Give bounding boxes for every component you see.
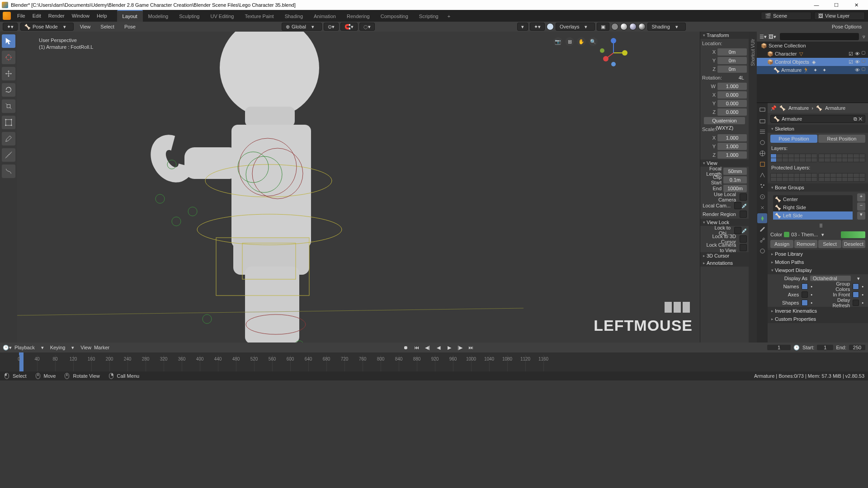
ntab-shortcut[interactable]: Shortcut VUIr [750,34,756,70]
restrict-icon[interactable] [862,51,865,55]
timeline-playhead[interactable] [19,352,24,371]
panel-poselib-header[interactable]: Pose Library [768,250,868,258]
lock-3dcursor-check[interactable] [740,235,747,243]
bone-group-specials-button[interactable]: ▾ [857,211,865,220]
tool-cursor[interactable] [2,51,15,64]
minimize-button[interactable]: — [807,0,826,10]
overlay-toggle-icon[interactable] [547,23,554,30]
bone-group-remove-button[interactable]: − [857,202,865,211]
restrict-icon[interactable] [862,59,865,63]
focal-field[interactable]: 50mm [723,168,747,175]
preview-range-toggle[interactable]: 🕑 [793,345,800,351]
panel-customprops-header[interactable]: Custom Properties [768,315,868,323]
outliner-type-icon[interactable]: ☰▾ [760,34,767,40]
tab-add[interactable]: + [444,10,454,22]
ptab-scene[interactable] [757,137,767,147]
select-button[interactable]: Select [818,240,841,248]
panel-motionpaths-header[interactable]: Motion Paths [768,258,868,266]
groupcolors-check[interactable] [853,283,859,290]
panel-ik-header[interactable]: Inverse Kinematics [768,307,868,315]
xray-toggle[interactable]: ▣ [597,23,609,31]
pose-position-button[interactable]: Pose Position [770,135,817,143]
frame-end-field[interactable]: 250 [849,345,865,350]
clipend-field[interactable]: 1000m [723,185,747,192]
eye-icon[interactable]: 👁 [855,59,860,65]
rot-y[interactable]: 0.000 [717,100,747,107]
eye-icon[interactable]: 👁 [855,67,860,73]
ptab-viewlayer[interactable] [757,127,767,136]
outliner-display-icon[interactable]: 🖼▾ [769,34,776,40]
pin-icon[interactable]: 📌 [770,105,777,111]
rotation-mode-dropdown[interactable]: Quaternion (WXYZ) [704,117,745,124]
eyedropper-icon[interactable]: 💉 [741,203,747,209]
bone-group-add-button[interactable]: + [857,193,865,202]
menu-file[interactable]: File [14,10,29,22]
gizmo-dropdown[interactable]: ✦▾ [530,23,545,31]
assign-button[interactable]: Assign [770,240,793,248]
ptab-armature-data[interactable] [757,213,767,223]
menu-edit[interactable]: Edit [29,10,45,22]
scale-z[interactable]: 1.000 [717,151,747,159]
tab-modeling[interactable]: Modeling [143,10,174,22]
ptab-output[interactable] [757,116,767,126]
render-region-check[interactable] [740,211,747,218]
tab-rendering[interactable]: Rendering [341,10,375,22]
eyedropper-icon[interactable]: 💉 [741,228,747,234]
scale-y[interactable]: 1.000 [717,143,747,150]
protected-layers[interactable] [770,173,865,182]
tool-select-box[interactable] [2,34,15,48]
axes-check[interactable] [802,291,808,298]
frame-start-field[interactable]: 1 [817,345,833,350]
ptab-bone-constraint[interactable] [757,235,767,245]
panel-bonegroups-header[interactable]: Bone Groups [768,183,868,192]
next-key-button[interactable]: |▶ [456,344,464,351]
outliner-item-armature[interactable]: 🦴Armature🏃✦✦👁 [757,66,868,74]
snap-toggle[interactable]: 🧲▾ [340,23,358,31]
object-visibility-dropdown[interactable]: ▾ [517,23,528,31]
loc-y[interactable]: 0m [717,57,747,64]
panel-skeleton-header[interactable]: Skeleton [768,125,868,133]
autokey-toggle[interactable]: ⏺ [402,344,410,351]
loc-z[interactable]: 0m [717,66,747,73]
propedit-toggle[interactable]: ◌▾ [359,23,375,31]
rot-z[interactable]: 0.000 [717,108,747,116]
ptab-constraint[interactable] [757,202,767,212]
ptab-bone[interactable] [757,224,767,234]
tool-rotate[interactable] [2,83,15,97]
menu-render[interactable]: Render [45,10,68,22]
editor-type-dropdown[interactable]: ✦▾ [3,23,18,31]
use-local-cam-check[interactable] [740,193,747,201]
tab-animation[interactable]: Animation [308,10,341,22]
tab-scripting[interactable]: Scripting [414,10,444,22]
tool-measure[interactable] [2,148,15,162]
filter-icon[interactable]: ▿ [863,34,865,40]
marker-menu[interactable]: Marker [94,345,109,350]
names-check[interactable] [802,283,808,290]
lock-cam-check[interactable] [740,244,747,251]
remove-button[interactable]: Remove [794,240,817,248]
colorset-dropdown[interactable]: 03 - Them... [791,232,818,237]
rot-w[interactable]: 1.000 [717,83,747,90]
3d-viewport[interactable]: User Perspective (1) Armature : FootRoll… [17,32,700,343]
ptab-material[interactable] [757,246,767,256]
play-reverse-button[interactable]: ◀ [434,344,443,351]
timeline-type-icon[interactable]: 🕑▾ [3,345,12,351]
shading-wire-icon[interactable] [611,23,618,30]
playback-menu[interactable]: Playback [14,345,35,350]
bone-group-center[interactable]: 🦴Center [773,195,853,203]
outliner-search[interactable] [780,33,859,40]
panel-viewport-display-header[interactable]: Viewport Display [768,266,868,274]
panel-annotations-header[interactable]: Annotations [700,259,749,267]
exclude-icon[interactable]: ☑ [849,51,853,57]
display-as-dropdown[interactable]: Octahedral [810,276,851,281]
tool-scale[interactable] [2,99,15,113]
bone-group-left[interactable]: 🦴Left Side [773,211,853,220]
ptab-render[interactable] [757,105,767,115]
ptab-particle[interactable] [757,181,767,191]
menu-view[interactable]: View [76,24,94,29]
timeline-track[interactable]: 0408012016020024028032036040044048052056… [0,352,868,371]
menu-select[interactable]: Select [97,24,118,29]
tool-move[interactable] [2,67,15,80]
bone-group-right[interactable]: 🦴Right Side [773,203,853,211]
exclude-icon[interactable]: ☑ [849,59,853,65]
